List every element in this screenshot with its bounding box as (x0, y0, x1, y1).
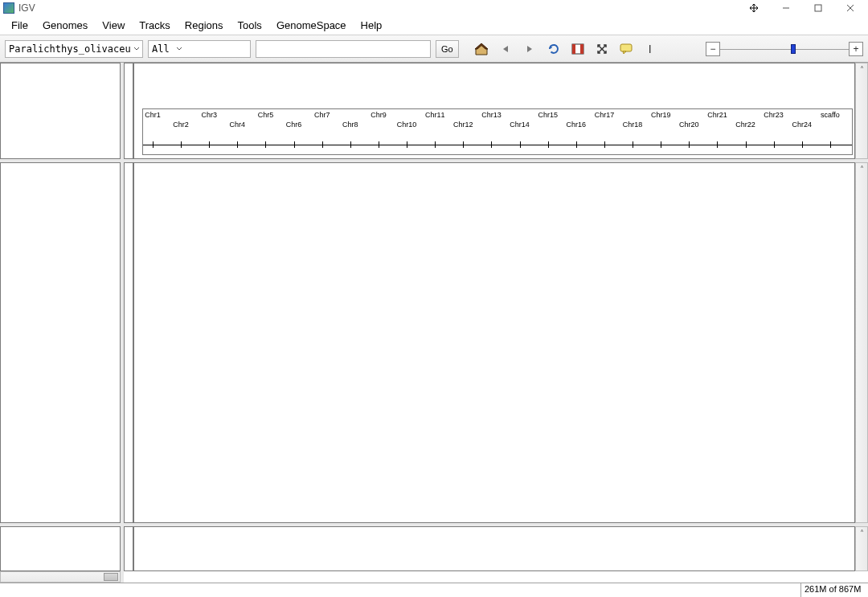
go-button[interactable]: Go (436, 40, 459, 58)
chromosome-label: Chr7 (314, 111, 330, 119)
menu-genomespace[interactable]: GenomeSpace (270, 18, 353, 33)
maximize-button[interactable] (802, 1, 834, 15)
feature-panel-scrollbar[interactable]: ˄ (855, 526, 868, 571)
fit-to-window-button[interactable] (592, 40, 612, 58)
chromosome-label: Chr24 (792, 121, 812, 129)
back-button[interactable] (496, 40, 515, 58)
menu-genomes[interactable]: Genomes (36, 18, 94, 33)
zoom-in-button[interactable]: + (849, 42, 863, 56)
chromosome-label: Chr4 (230, 121, 246, 129)
refresh-button[interactable] (544, 40, 563, 58)
names-panel-hscroll[interactable] (0, 571, 121, 583)
chromosome-label: Chr2 (173, 121, 189, 129)
svg-marker-8 (503, 46, 508, 52)
title-bar: IGV (0, 0, 868, 16)
workspace: Chr1Chr3Chr5Chr7Chr9Chr11Chr13Chr15Chr17… (0, 63, 868, 583)
chromosome-label: Chr18 (623, 121, 643, 129)
go-button-label: Go (441, 44, 453, 54)
menu-regions[interactable]: Regions (178, 18, 230, 33)
zoom-out-button[interactable]: − (706, 42, 720, 56)
svg-marker-17 (623, 51, 626, 54)
ideogram-scrollbar[interactable]: ˄ (855, 63, 868, 159)
chromosome-label: Chr10 (397, 121, 417, 129)
chromosome-label: Chr12 (453, 121, 473, 129)
svg-rect-16 (620, 44, 632, 51)
svg-rect-3 (815, 5, 821, 11)
chromosome-label: Chr8 (342, 121, 358, 129)
chromosome-label: Chr22 (735, 121, 755, 129)
scroll-up-icon[interactable]: ˄ (856, 63, 867, 75)
data-panel[interactable] (133, 162, 855, 523)
svg-rect-13 (580, 44, 583, 54)
chromosome-label: Chr19 (651, 111, 671, 119)
zoom-slider-thumb[interactable] (791, 44, 796, 54)
menu-file[interactable]: File (5, 18, 35, 33)
menu-bar: File Genomes View Tracks Regions Tools G… (0, 16, 868, 35)
tooltip-button[interactable] (616, 40, 636, 58)
chromosome-label: Chr13 (481, 111, 502, 119)
status-bar: 261M of 867M (0, 583, 868, 597)
names-panel-feature (0, 526, 121, 571)
svg-rect-12 (572, 44, 575, 54)
names-panel-main (0, 162, 121, 523)
chromosome-label: scaffo (821, 111, 840, 119)
zoom-slider-group: − + (706, 42, 863, 56)
names-panel-top (0, 63, 121, 159)
toolbar: Paralichthys_olivaceus... All Go I − (0, 35, 868, 63)
menu-tracks[interactable]: Tracks (133, 18, 177, 33)
locus-input[interactable] (256, 40, 431, 58)
minimize-button[interactable] (770, 1, 802, 15)
attribute-panel-main (124, 162, 133, 523)
menu-view[interactable]: View (96, 18, 131, 33)
text-cursor-icon: I (649, 43, 652, 55)
chromosome-label: Chr6 (286, 121, 302, 129)
scroll-thumb[interactable] (104, 573, 118, 581)
chromosome-label: Chr17 (595, 111, 615, 119)
close-button[interactable] (834, 1, 866, 15)
chromosome-select-value: All (149, 43, 173, 55)
chromosome-label: Chr15 (538, 111, 558, 119)
cursor-tool[interactable]: I (641, 40, 660, 58)
window-controls (738, 1, 866, 15)
scroll-up-icon[interactable]: ˄ (856, 527, 867, 538)
chromosome-label: Chr14 (510, 121, 530, 129)
app-icon (3, 2, 14, 14)
attribute-panel-top (124, 63, 133, 159)
chromosome-label: Chr11 (425, 111, 445, 119)
chromosome-label: Chr1 (145, 111, 161, 119)
chromosome-label: Chr23 (764, 111, 784, 119)
move-icon (738, 1, 770, 15)
scroll-up-icon[interactable]: ˄ (856, 163, 867, 174)
svg-marker-9 (527, 46, 532, 52)
memory-status: 261M of 867M (800, 583, 868, 597)
ideogram-panel[interactable]: Chr1Chr3Chr5Chr7Chr9Chr11Chr13Chr15Chr17… (133, 63, 855, 159)
home-button[interactable] (472, 40, 491, 58)
data-panel-scrollbar[interactable]: ˄ (855, 162, 868, 523)
region-navigator-button[interactable] (568, 40, 588, 58)
chromosome-label: Chr5 (258, 111, 274, 119)
chromosome-label: Chr3 (201, 111, 217, 119)
chromosome-label: Chr21 (707, 111, 727, 119)
menu-help[interactable]: Help (354, 18, 389, 33)
chromosome-select[interactable]: All (148, 40, 251, 58)
genome-ruler (143, 140, 852, 151)
genome-select[interactable]: Paralichthys_olivaceus... (5, 40, 143, 58)
window-title: IGV (18, 2, 738, 14)
chromosome-label: Chr16 (567, 121, 587, 129)
feature-panel[interactable] (133, 526, 855, 571)
forward-button[interactable] (520, 40, 539, 58)
chromosome-label: Chr9 (371, 111, 387, 119)
menu-tools[interactable]: Tools (231, 18, 268, 33)
chevron-down-icon (173, 41, 186, 57)
genome-select-value: Paralichthys_olivaceus... (6, 43, 132, 55)
zoom-slider[interactable] (720, 42, 849, 56)
chromosome-label: Chr20 (679, 121, 699, 129)
attribute-panel-feature (124, 526, 133, 571)
chevron-down-icon (132, 41, 142, 57)
ideogram-canvas[interactable]: Chr1Chr3Chr5Chr7Chr9Chr11Chr13Chr15Chr17… (142, 108, 853, 155)
